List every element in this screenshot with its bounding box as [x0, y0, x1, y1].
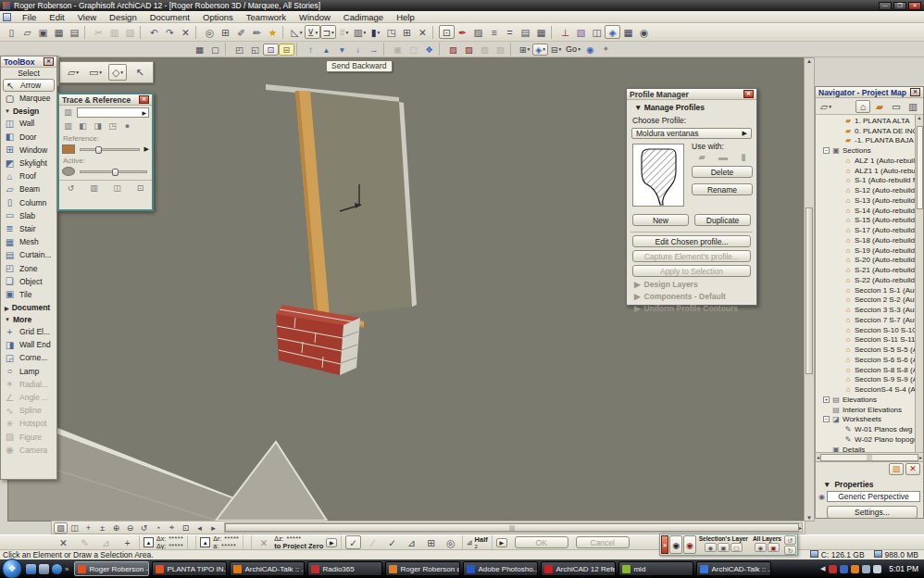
edit-chosen-profile-button[interactable]: Edit Chosen profile... [632, 235, 751, 247]
taskbar-button[interactable]: PLANTA TIPO IN... [152, 561, 227, 576]
switch-windows-icon[interactable] [39, 564, 49, 574]
tool-wall[interactable]: ◫ Wall [1, 117, 56, 130]
all-show-icon[interactable]: ◉ [755, 543, 767, 552]
taskbar-button[interactable]: ArchiCAD-Talk :: ... [696, 561, 771, 576]
snap-grid-icon[interactable]: #▾ [336, 25, 352, 39]
slope-icon[interactable]: ∕ [365, 535, 381, 549]
tree-item[interactable]: ▰ -1. PLANTA BAJA [816, 136, 923, 146]
apply-to-selection-button[interactable]: Apply to Selection [632, 265, 751, 277]
new-viewpoint-icon[interactable]: ▧ [889, 463, 904, 475]
favorites-icon[interactable]: ★ [265, 25, 281, 39]
teamwork-signout-icon[interactable]: ▨ [493, 44, 508, 56]
tree-item[interactable]: ⌂ Seccion 3 S-3 (Auto- [816, 305, 923, 315]
layer-settings-icon[interactable]: ❖ [421, 44, 437, 56]
new-button[interactable]: New [632, 214, 689, 226]
tree-item[interactable]: ⌂ S-12 (Auto-rebuild M [816, 185, 923, 195]
menu-item[interactable]: Document [144, 11, 196, 23]
back-zoom-icon[interactable]: ◂ [193, 522, 206, 534]
tree-item[interactable]: ⌂ Seccion 1 S-1 (Auto- [816, 285, 923, 295]
tree-item[interactable]: ⌂ ALZ 1 (Auto-rebuild M [816, 156, 923, 166]
pen-color-icon[interactable]: ▮▾ [368, 25, 383, 39]
toolbox-close-icon[interactable]: ✕ [44, 57, 54, 66]
tree-item[interactable]: ▤ Interior Elevations [816, 405, 923, 415]
fold-section[interactable]: ▶Components - Default [627, 289, 756, 301]
hide-layer-eye-icon[interactable]: ◉ [669, 535, 682, 554]
save-all-icon[interactable]: ▦ [51, 25, 67, 39]
move-down-icon[interactable]: ▾ [334, 44, 350, 56]
3d-window-icon[interactable]: ◈▾ [532, 44, 548, 56]
rebuild-reference-icon[interactable]: ↺ [65, 183, 77, 194]
tool-object[interactable]: ❑ Object [1, 275, 56, 288]
move-up-icon[interactable]: ▴ [318, 44, 334, 56]
reference-color-swatch[interactable] [62, 144, 75, 154]
fill-reference-icon[interactable]: ● [121, 121, 133, 132]
tool-tile[interactable]: ▣ Tile [1, 288, 56, 301]
zoom-out-icon[interactable]: ⊖ [123, 522, 137, 534]
clipboard-icon[interactable]: ◫ [589, 25, 605, 39]
publisher-globe-icon[interactable]: ◉ [582, 44, 598, 56]
zoom-in-icon[interactable]: ⊕ [109, 522, 123, 534]
trace-reference-close-icon[interactable]: ✕ [139, 95, 149, 104]
all-unlock-icon[interactable]: ▣ [768, 543, 780, 552]
zoom-percent-icon[interactable]: ± [95, 522, 109, 534]
section-window-icon[interactable]: ⊟▾ [548, 44, 564, 56]
project-chooser-icon[interactable]: ▱▾ [818, 100, 833, 113]
tree-item[interactable]: ⌂ S-21 (Auto-rebuild M [816, 265, 923, 275]
selection-hide-icon[interactable]: ◉ [705, 543, 717, 552]
tree-item[interactable]: ⌂ S-13 (Auto-rebuild M [816, 195, 923, 206]
toolbox-design-section[interactable]: ▼ Design [1, 105, 56, 117]
camera-icon[interactable]: ◉ [636, 25, 652, 39]
line-weight-icon[interactable]: ≡ [486, 25, 502, 39]
profile-edit-icon[interactable]: ◳ [383, 25, 399, 39]
taskbar-button[interactable]: ArchiCAD-Talk :: ... [230, 561, 305, 576]
tree-expander-icon[interactable]: − [823, 147, 830, 154]
tool-skylight[interactable]: ◩ Skylight [1, 157, 56, 170]
minimize-button[interactable]: — [879, 2, 892, 10]
publisher-sets-icon[interactable]: ▥ [905, 100, 920, 113]
ra-tracker[interactable]: ▲ Δr:***** a:***** [195, 535, 243, 549]
tool-grid-element[interactable]: + Grid El... [1, 325, 56, 338]
show-desktop-icon[interactable] [26, 564, 36, 574]
tray-settings-icon[interactable] [840, 565, 848, 573]
reference-chooser-field[interactable]: ▶ [77, 107, 149, 118]
red-pen-icon[interactable]: ✒ [455, 25, 470, 39]
pan-icon[interactable]: + [81, 522, 95, 534]
print-icon[interactable]: ▤ [67, 25, 82, 39]
geometry-method-icon[interactable]: ⊐▾ [320, 25, 336, 39]
viewport-vertical-scrollbar[interactable]: ▲ ▼ [804, 57, 815, 521]
trace-display-icon[interactable]: ▥ [62, 121, 74, 132]
line-type-icon[interactable]: = [502, 25, 518, 39]
schedule-icon[interactable]: ⊞ [399, 25, 415, 39]
fit-in-window-icon[interactable]: ⊡ [179, 522, 193, 534]
menu-item[interactable]: File [16, 11, 43, 23]
vertical-scroll-thumb[interactable] [805, 207, 813, 374]
scroll-down-icon[interactable]: ▼ [806, 515, 812, 521]
menu-item[interactable]: Teamwork [240, 11, 293, 23]
tool-column[interactable]: ▯ Column [1, 196, 56, 209]
active-opacity-slider[interactable] [80, 170, 147, 173]
paste-icon[interactable]: ▧ [122, 25, 138, 39]
tool-slab[interactable]: ▭ Slab [1, 209, 56, 222]
tool-beam[interactable]: ▱ Beam [1, 182, 56, 195]
tool-spline[interactable]: ∿ Spline [1, 404, 56, 417]
elevate-top-icon[interactable]: ↑ [303, 44, 318, 56]
tray-network-icon[interactable] [862, 565, 870, 573]
tool-window[interactable]: ⊞ Window [1, 144, 56, 157]
start-button[interactable]: ❖ [2, 559, 22, 578]
teamwork-signin-icon[interactable]: ▨ [477, 44, 493, 56]
library-icon[interactable]: ▦ [533, 25, 549, 39]
tree-item[interactable]: ⌂ S-17 (Auto-rebuild M [816, 225, 923, 235]
redo-icon[interactable]: ↷ [162, 25, 178, 39]
reference-level-menu-icon[interactable]: ▶ [326, 538, 337, 547]
tree-item[interactable]: ▰ 1. PLANTA ALTA [816, 116, 923, 126]
element-snap-icon[interactable]: ⊞ [218, 25, 233, 39]
delete-button[interactable]: Delete [692, 166, 753, 178]
tool-mesh[interactable]: ▦ Mesh [1, 235, 56, 248]
image-icon[interactable]: ▧ [573, 25, 589, 39]
tree-item[interactable]: ⌂ S-18 (Auto-rebuild M [816, 235, 923, 245]
tool-zone[interactable]: ◰ Zone [1, 261, 56, 274]
dwg-compare-icon[interactable]: ▤ [518, 25, 533, 39]
save-icon[interactable]: ▣ [35, 25, 51, 39]
toolbox-more-section[interactable]: ▼ More [1, 313, 56, 325]
undo-icon[interactable]: ↶ [146, 25, 162, 39]
